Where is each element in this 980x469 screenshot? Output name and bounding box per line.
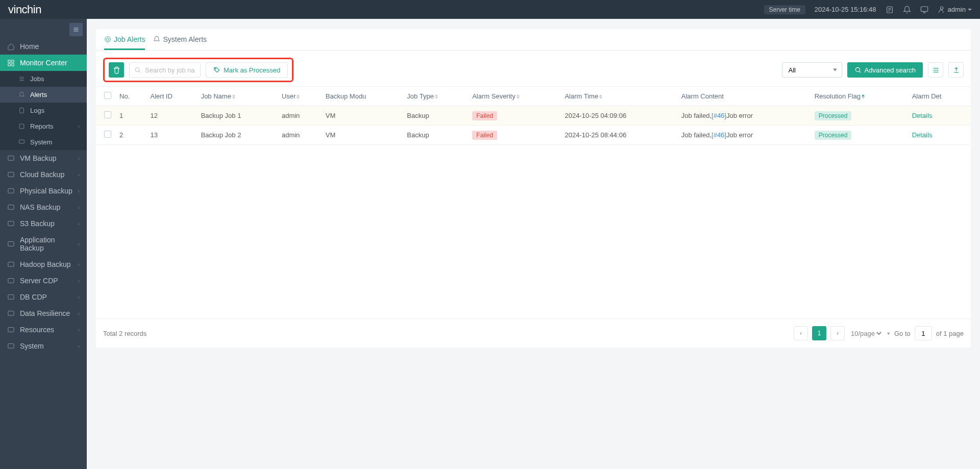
nav-cloud-backup[interactable]: Cloud Backup‹: [0, 166, 87, 183]
page-size-select[interactable]: 10/page: [849, 326, 883, 340]
svg-rect-4: [921, 7, 927, 11]
error-code-link[interactable]: [#46]: [712, 131, 726, 139]
chevron-down-icon: ⌄: [76, 60, 80, 66]
filter-select[interactable]: All: [782, 62, 842, 78]
goto-input[interactable]: [915, 326, 932, 340]
pager-prev[interactable]: ‹: [794, 326, 808, 340]
server-time: 2024-10-25 15:16:48: [815, 6, 876, 13]
alert-icon: [104, 36, 111, 43]
module-icon: [7, 293, 15, 301]
alerts-table: No. Alert ID Job Name User Backup Modu J…: [96, 86, 971, 145]
list-view-button[interactable]: [928, 62, 943, 78]
module-icon: [7, 277, 15, 285]
svg-point-37: [215, 68, 216, 69]
system-icon: [18, 139, 25, 145]
svg-rect-13: [8, 63, 10, 65]
row-checkbox[interactable]: [104, 131, 111, 138]
nav-logs[interactable]: Logs: [0, 103, 87, 118]
table-row: 2 13 Backup Job 2 admin VM Backup Failed…: [96, 126, 971, 145]
module-icon: [7, 220, 15, 228]
svg-rect-25: [8, 221, 14, 226]
nav-alerts[interactable]: Alerts: [0, 87, 87, 103]
user-menu[interactable]: admin: [938, 6, 972, 14]
nav-physical-backup[interactable]: Physical Backup‹: [0, 183, 87, 199]
module-icon: [7, 326, 15, 334]
nav-reports[interactable]: Reports‹: [0, 118, 87, 134]
nav-nas-backup[interactable]: NAS Backup‹: [0, 199, 87, 215]
nav-hadoop-backup[interactable]: Hadoop Backup‹: [0, 256, 87, 273]
resolution-badge: Processed: [815, 131, 852, 140]
col-flag[interactable]: Resolution Flag: [811, 87, 908, 106]
checkbox-all[interactable]: [104, 92, 111, 99]
col-job-type[interactable]: Job Type: [403, 87, 468, 106]
nav-vm-backup[interactable]: VM Backup‹: [0, 150, 87, 166]
bell-icon: [153, 36, 160, 43]
chevron-down-icon: [968, 9, 972, 11]
nav-resources[interactable]: Resources‹: [0, 322, 87, 338]
nav-db-cdp[interactable]: DB CDP‹: [0, 289, 87, 305]
module-icon: [7, 187, 15, 195]
advanced-search-button[interactable]: Advanced search: [847, 62, 923, 78]
nav-monitor-center[interactable]: Monitor Center ⌄: [0, 55, 87, 71]
nav-server-cdp[interactable]: Server CDP‹: [0, 273, 87, 289]
module-icon: [7, 204, 15, 211]
module-icon: [7, 342, 15, 350]
col-no[interactable]: No.: [115, 87, 146, 106]
svg-rect-18: [20, 108, 24, 113]
details-link[interactable]: Details: [912, 131, 933, 139]
details-link[interactable]: Details: [912, 112, 933, 119]
svg-rect-21: [8, 156, 14, 160]
list-icon: [18, 76, 25, 82]
col-job-name[interactable]: Job Name: [197, 87, 278, 106]
tab-job-alerts[interactable]: Job Alerts: [104, 29, 145, 50]
svg-rect-26: [8, 241, 14, 246]
export-button[interactable]: [948, 62, 964, 78]
svg-rect-20: [19, 140, 24, 143]
col-details[interactable]: Alarm Det: [908, 87, 971, 106]
monitor-icon[interactable]: [920, 6, 928, 14]
col-time[interactable]: Alarm Time: [560, 87, 677, 106]
sidebar: Home Monitor Center ⌄ Jobs Alerts Logs R…: [0, 19, 87, 469]
svg-point-38: [855, 67, 860, 71]
report-icon: [18, 123, 25, 130]
svg-rect-29: [8, 294, 14, 299]
col-severity[interactable]: Alarm Severity: [468, 87, 560, 106]
nav-home[interactable]: Home: [0, 38, 87, 55]
search-icon: [854, 66, 862, 73]
col-alert-id[interactable]: Alert ID: [146, 87, 197, 106]
module-icon: [7, 240, 15, 248]
svg-rect-14: [12, 63, 14, 65]
notes-icon[interactable]: [886, 6, 894, 14]
nav-application-backup[interactable]: Application Backup‹: [0, 232, 87, 256]
bell-icon[interactable]: [903, 6, 911, 14]
svg-rect-30: [8, 311, 14, 315]
pager-page-1[interactable]: 1: [812, 326, 826, 340]
nav-system[interactable]: System‹: [0, 338, 87, 354]
svg-rect-24: [8, 205, 14, 209]
nav-jobs[interactable]: Jobs: [0, 71, 87, 87]
mark-processed-button[interactable]: Mark as Processed: [206, 62, 288, 78]
row-checkbox[interactable]: [104, 111, 111, 118]
table-row: 1 12 Backup Job 1 admin VM Backup Failed…: [96, 106, 971, 126]
topbar: vinchin Server time 2024-10-25 15:16:48 …: [0, 0, 980, 19]
sidebar-toggle[interactable]: [69, 23, 83, 36]
module-icon: [7, 261, 15, 268]
delete-button[interactable]: [109, 62, 124, 78]
module-icon: [7, 310, 15, 317]
pager-next[interactable]: ›: [830, 326, 845, 340]
svg-rect-19: [19, 124, 24, 129]
col-content[interactable]: Alarm Content: [677, 87, 811, 106]
col-user[interactable]: User: [278, 87, 322, 106]
logo: vinchin: [8, 3, 41, 16]
nav-s3-backup[interactable]: S3 Backup‹: [0, 215, 87, 232]
tab-system-alerts[interactable]: System Alerts: [153, 29, 207, 50]
nav-system-sub[interactable]: System: [0, 134, 87, 150]
nav-data-resilience[interactable]: Data Resilience‹: [0, 305, 87, 322]
home-icon: [7, 43, 15, 51]
search-icon: [134, 67, 141, 73]
error-code-link[interactable]: [#46]: [712, 112, 726, 119]
svg-point-33: [105, 37, 111, 42]
col-module[interactable]: Backup Modu: [322, 87, 403, 106]
svg-rect-27: [8, 262, 14, 266]
svg-rect-31: [8, 327, 14, 332]
